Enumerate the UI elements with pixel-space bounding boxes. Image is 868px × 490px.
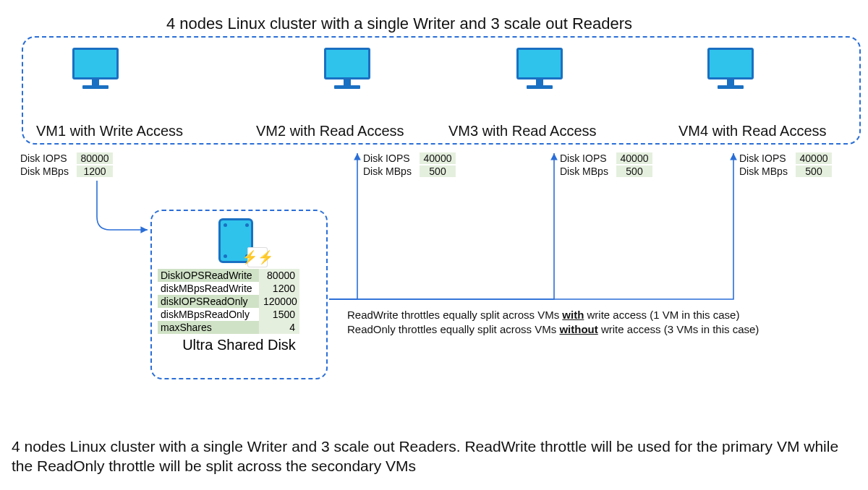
monitor-icon <box>72 48 119 82</box>
stat-label: Disk IOPS <box>560 152 612 164</box>
stat-value: 40000 <box>796 152 832 164</box>
vm1-stats: Disk IOPS80000 Disk MBps1200 <box>20 152 113 179</box>
disk-icon: ⚡⚡ <box>218 218 260 263</box>
stat-label: Disk IOPS <box>363 152 415 164</box>
prop-key: diskIOPSReadOnly <box>158 295 259 308</box>
stat-value: 40000 <box>616 152 652 164</box>
monitor-icon <box>516 48 563 82</box>
ultra-disk-container: ⚡⚡ DiskIOPSReadWrite80000 diskMBpsReadWr… <box>150 210 328 379</box>
stat-label: Disk MBps <box>363 166 415 177</box>
disk-label: Ultra Shared Disk <box>152 337 326 353</box>
vm4-stats: Disk IOPS40000 Disk MBps500 <box>739 152 832 179</box>
prop-val: 1200 <box>259 282 299 295</box>
diagram-title: 4 nodes Linux cluster with a single Writ… <box>166 14 632 33</box>
stat-label: Disk IOPS <box>739 152 791 164</box>
vm3-label: VM3 with Read Access <box>448 123 597 139</box>
lightning-icon: ⚡⚡ <box>247 247 268 267</box>
vm3-stats: Disk IOPS40000 Disk MBps500 <box>560 152 652 179</box>
vm2 <box>324 48 370 87</box>
stat-label: Disk MBps <box>739 166 791 177</box>
stat-value: 1200 <box>77 166 113 177</box>
prop-key: diskMBpsReadWrite <box>158 282 259 295</box>
vm4-label: VM4 with Read Access <box>678 123 827 139</box>
stat-label: Disk MBps <box>20 166 72 177</box>
stat-value: 500 <box>420 166 456 177</box>
disk-props-table: DiskIOPSReadWrite80000 diskMBpsReadWrite… <box>158 269 320 334</box>
prop-val: 4 <box>259 321 299 334</box>
prop-val: 80000 <box>259 269 299 282</box>
prop-key: diskMBpsReadOnly <box>158 308 259 321</box>
stat-value: 500 <box>616 166 652 177</box>
vm4 <box>707 48 754 87</box>
stat-value: 80000 <box>77 152 113 164</box>
prop-val: 1500 <box>259 308 299 321</box>
monitor-icon <box>707 48 754 82</box>
stat-label: Disk IOPS <box>20 152 72 164</box>
vm3 <box>516 48 563 87</box>
vm1 <box>72 48 119 87</box>
stat-value: 500 <box>796 166 832 177</box>
monitor-icon <box>324 48 370 82</box>
vm2-label: VM2 with Read Access <box>256 123 404 139</box>
vm1-label: VM1 with Write Access <box>36 123 183 139</box>
prop-val: 120000 <box>259 295 299 308</box>
vm2-stats: Disk IOPS40000 Disk MBps500 <box>363 152 456 179</box>
stat-label: Disk MBps <box>560 166 612 177</box>
stat-value: 40000 <box>420 152 456 164</box>
prop-key: DiskIOPSReadWrite <box>158 269 259 282</box>
figure-caption: 4 nodes Linux cluster with a single Writ… <box>12 437 858 476</box>
prop-key: maxShares <box>158 321 259 334</box>
throttle-notes: ReadWrite throttles equally split across… <box>347 308 759 338</box>
